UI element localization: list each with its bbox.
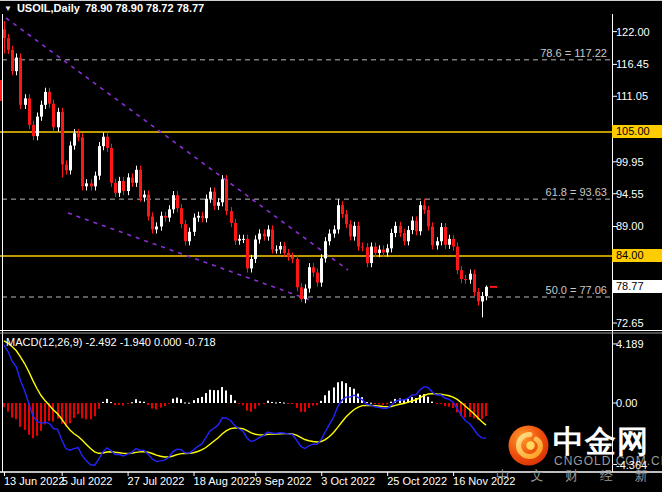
symbol-dropdown-icon[interactable]: ▼ (4, 4, 12, 13)
fib-level-label: 50.0 = 77.06 (546, 284, 607, 296)
macd-axis-label: 4.189 (616, 338, 644, 350)
date-axis-label: 9 Sep 2022 (255, 475, 311, 487)
price-axis-label: 89.00 (616, 220, 644, 232)
date-axis-label: 5 Jul 2022 (62, 475, 113, 487)
chart-ohlc-values: 78.90 78.90 78.72 78.77 (85, 2, 204, 14)
chart-symbol-period: USOIL,Daily (17, 2, 80, 14)
date-axis-label: 13 Jun 2022 (4, 475, 65, 487)
date-axis-label: 18 Aug 2022 (194, 475, 256, 487)
macd-axis-label: -4.364 (616, 459, 647, 471)
mt4-chart-window: ▼ USOIL,Daily 78.90 78.90 78.72 78.77 MA… (0, 0, 662, 492)
watermark: 中金网 CNGOLD.COM.CN 中 文 财 经 新 媒 体 (490, 420, 662, 490)
date-axis-label: 27 Jul 2022 (128, 475, 185, 487)
price-axis-label: 99.95 (616, 156, 644, 168)
chart-header: ▼ USOIL,Daily 78.90 78.90 78.72 78.77 (4, 2, 204, 14)
fib-level-label: 78.6 = 117.22 (540, 47, 607, 59)
date-axis-label: 25 Oct 2022 (387, 475, 447, 487)
date-axis-label: 3 Oct 2022 (321, 475, 375, 487)
price-axis-label: 94.55 (616, 188, 644, 200)
macd-indicator-label: MACD(12,26,9) -2.492 -1.940 0.000 -0.718 (6, 336, 216, 348)
current-price-badge: 78.77 (612, 280, 662, 293)
price-axis-label: 116.45 (616, 58, 649, 70)
price-axis-label: 72.65 (616, 317, 644, 329)
price-axis-label: 122.00 (616, 26, 650, 38)
cngold-logo-icon (508, 425, 549, 466)
chart-canvas[interactable] (0, 0, 662, 492)
fib-level-label: 61.8 = 93.63 (546, 186, 607, 198)
price-axis-label: 111.05 (616, 90, 648, 102)
price-level-badge: 105.00 (612, 125, 662, 138)
price-level-badge: 84.00 (612, 249, 662, 262)
macd-axis-label: 0.00 (616, 397, 637, 409)
